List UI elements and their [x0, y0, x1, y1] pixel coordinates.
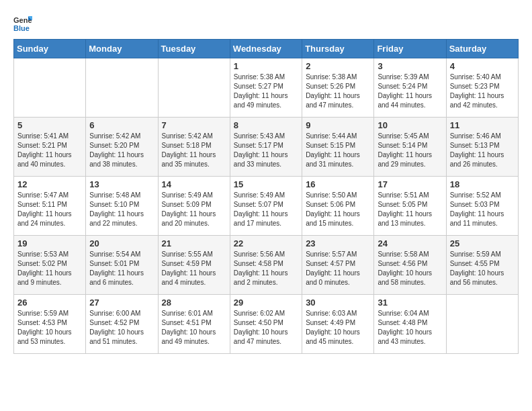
- day-number: 21: [162, 238, 226, 248]
- cell-content: Sunrise: 5:41 AM Sunset: 5:21 PM Dayligh…: [17, 132, 82, 169]
- calendar-cell: 30Sunrise: 6:03 AM Sunset: 4:49 PM Dayli…: [302, 295, 374, 354]
- calendar-row-2: 12Sunrise: 5:47 AM Sunset: 5:11 PM Dayli…: [14, 177, 519, 236]
- calendar-body: 1Sunrise: 5:38 AM Sunset: 5:27 PM Daylig…: [14, 58, 519, 354]
- cell-content: Sunrise: 5:40 AM Sunset: 5:23 PM Dayligh…: [450, 73, 515, 110]
- cell-content: Sunrise: 5:42 AM Sunset: 5:18 PM Dayligh…: [162, 132, 226, 169]
- day-number: 22: [234, 238, 298, 248]
- day-number: 9: [306, 120, 370, 130]
- day-number: 14: [162, 179, 226, 189]
- day-number: 1: [234, 61, 298, 71]
- day-number: 19: [17, 238, 82, 248]
- cell-content: Sunrise: 5:47 AM Sunset: 5:11 PM Dayligh…: [17, 191, 82, 228]
- cell-content: Sunrise: 5:50 AM Sunset: 5:06 PM Dayligh…: [306, 191, 370, 228]
- calendar-cell: 28Sunrise: 6:01 AM Sunset: 4:51 PM Dayli…: [158, 295, 230, 354]
- calendar-cell: 19Sunrise: 5:53 AM Sunset: 5:02 PM Dayli…: [14, 236, 86, 295]
- day-number: 15: [234, 179, 298, 189]
- weekday-header-monday: Monday: [86, 40, 158, 58]
- cell-content: Sunrise: 5:43 AM Sunset: 5:17 PM Dayligh…: [234, 132, 298, 169]
- day-number: 29: [234, 298, 298, 308]
- calendar-cell: 26Sunrise: 5:59 AM Sunset: 4:53 PM Dayli…: [14, 295, 86, 354]
- calendar-row-0: 1Sunrise: 5:38 AM Sunset: 5:27 PM Daylig…: [14, 58, 519, 118]
- calendar-cell: 17Sunrise: 5:51 AM Sunset: 5:05 PM Dayli…: [374, 177, 446, 236]
- calendar-cell: 10Sunrise: 5:45 AM Sunset: 5:14 PM Dayli…: [374, 118, 446, 177]
- calendar-cell: 7Sunrise: 5:42 AM Sunset: 5:18 PM Daylig…: [158, 118, 230, 177]
- cell-content: Sunrise: 5:56 AM Sunset: 4:58 PM Dayligh…: [234, 250, 298, 287]
- cell-content: Sunrise: 5:38 AM Sunset: 5:26 PM Dayligh…: [306, 73, 370, 110]
- day-number: 27: [89, 298, 154, 308]
- day-number: 30: [306, 298, 370, 308]
- cell-content: Sunrise: 5:52 AM Sunset: 5:03 PM Dayligh…: [450, 191, 515, 228]
- cell-content: Sunrise: 5:51 AM Sunset: 5:05 PM Dayligh…: [378, 191, 442, 228]
- cell-content: Sunrise: 5:55 AM Sunset: 4:59 PM Dayligh…: [162, 250, 226, 287]
- logo-icon: General Blue: [13, 13, 32, 32]
- cell-content: Sunrise: 6:03 AM Sunset: 4:49 PM Dayligh…: [306, 309, 370, 347]
- calendar-cell: 2Sunrise: 5:38 AM Sunset: 5:26 PM Daylig…: [302, 58, 374, 118]
- weekday-header-thursday: Thursday: [302, 40, 374, 58]
- cell-content: Sunrise: 5:42 AM Sunset: 5:20 PM Dayligh…: [89, 132, 154, 169]
- day-number: 7: [162, 120, 226, 130]
- calendar-cell: [158, 58, 230, 118]
- cell-content: Sunrise: 5:48 AM Sunset: 5:10 PM Dayligh…: [89, 191, 154, 228]
- calendar-cell: 6Sunrise: 5:42 AM Sunset: 5:20 PM Daylig…: [86, 118, 158, 177]
- day-number: 24: [378, 238, 442, 248]
- calendar-cell: 3Sunrise: 5:39 AM Sunset: 5:24 PM Daylig…: [374, 58, 446, 118]
- day-number: 16: [306, 179, 370, 189]
- cell-content: Sunrise: 5:59 AM Sunset: 4:53 PM Dayligh…: [17, 309, 82, 347]
- weekday-header-friday: Friday: [374, 40, 446, 58]
- day-number: 31: [378, 298, 442, 308]
- cell-content: Sunrise: 5:49 AM Sunset: 5:09 PM Dayligh…: [162, 191, 226, 228]
- calendar-cell: 11Sunrise: 5:46 AM Sunset: 5:13 PM Dayli…: [446, 118, 518, 177]
- day-number: 23: [306, 238, 370, 248]
- day-number: 28: [162, 298, 226, 308]
- cell-content: Sunrise: 5:59 AM Sunset: 4:55 PM Dayligh…: [450, 250, 515, 287]
- calendar-cell: 15Sunrise: 5:49 AM Sunset: 5:07 PM Dayli…: [230, 177, 302, 236]
- calendar-row-4: 26Sunrise: 5:59 AM Sunset: 4:53 PM Dayli…: [14, 295, 519, 354]
- calendar-cell: 14Sunrise: 5:49 AM Sunset: 5:09 PM Dayli…: [158, 177, 230, 236]
- weekday-header-wednesday: Wednesday: [230, 40, 302, 58]
- day-number: 25: [450, 238, 515, 248]
- day-number: 17: [378, 179, 442, 189]
- weekday-header-tuesday: Tuesday: [158, 40, 230, 58]
- calendar-cell: 5Sunrise: 5:41 AM Sunset: 5:21 PM Daylig…: [14, 118, 86, 177]
- logo: General Blue: [13, 13, 35, 32]
- cell-content: Sunrise: 5:49 AM Sunset: 5:07 PM Dayligh…: [234, 191, 298, 228]
- day-number: 26: [17, 298, 82, 308]
- calendar-row-1: 5Sunrise: 5:41 AM Sunset: 5:21 PM Daylig…: [14, 118, 519, 177]
- calendar-cell: 12Sunrise: 5:47 AM Sunset: 5:11 PM Dayli…: [14, 177, 86, 236]
- cell-content: Sunrise: 5:54 AM Sunset: 5:01 PM Dayligh…: [89, 250, 154, 287]
- header: General Blue: [13, 13, 519, 32]
- calendar-cell: 9Sunrise: 5:44 AM Sunset: 5:15 PM Daylig…: [302, 118, 374, 177]
- calendar: SundayMondayTuesdayWednesdayThursdayFrid…: [13, 39, 519, 354]
- weekday-header-saturday: Saturday: [446, 40, 518, 58]
- calendar-cell: 13Sunrise: 5:48 AM Sunset: 5:10 PM Dayli…: [86, 177, 158, 236]
- calendar-cell: 4Sunrise: 5:40 AM Sunset: 5:23 PM Daylig…: [446, 58, 518, 118]
- calendar-cell: 18Sunrise: 5:52 AM Sunset: 5:03 PM Dayli…: [446, 177, 518, 236]
- day-number: 20: [89, 238, 154, 248]
- calendar-cell: 21Sunrise: 5:55 AM Sunset: 4:59 PM Dayli…: [158, 236, 230, 295]
- calendar-cell: 25Sunrise: 5:59 AM Sunset: 4:55 PM Dayli…: [446, 236, 518, 295]
- cell-content: Sunrise: 5:39 AM Sunset: 5:24 PM Dayligh…: [378, 73, 442, 110]
- weekday-header-row: SundayMondayTuesdayWednesdayThursdayFrid…: [14, 40, 519, 58]
- day-number: 2: [306, 61, 370, 71]
- cell-content: Sunrise: 5:57 AM Sunset: 4:57 PM Dayligh…: [306, 250, 370, 287]
- day-number: 5: [17, 120, 82, 130]
- day-number: 8: [234, 120, 298, 130]
- calendar-cell: 1Sunrise: 5:38 AM Sunset: 5:27 PM Daylig…: [230, 58, 302, 118]
- cell-content: Sunrise: 5:45 AM Sunset: 5:14 PM Dayligh…: [378, 132, 442, 169]
- calendar-cell: [86, 58, 158, 118]
- day-number: 11: [450, 120, 515, 130]
- day-number: 10: [378, 120, 442, 130]
- svg-text:Blue: Blue: [13, 24, 30, 32]
- cell-content: Sunrise: 5:38 AM Sunset: 5:27 PM Dayligh…: [234, 73, 298, 110]
- cell-content: Sunrise: 6:04 AM Sunset: 4:48 PM Dayligh…: [378, 309, 442, 347]
- cell-content: Sunrise: 6:01 AM Sunset: 4:51 PM Dayligh…: [162, 309, 226, 347]
- cell-content: Sunrise: 6:00 AM Sunset: 4:52 PM Dayligh…: [89, 309, 154, 347]
- calendar-cell: 31Sunrise: 6:04 AM Sunset: 4:48 PM Dayli…: [374, 295, 446, 354]
- calendar-row-3: 19Sunrise: 5:53 AM Sunset: 5:02 PM Dayli…: [14, 236, 519, 295]
- calendar-cell: [14, 58, 86, 118]
- calendar-cell: 27Sunrise: 6:00 AM Sunset: 4:52 PM Dayli…: [86, 295, 158, 354]
- cell-content: Sunrise: 5:58 AM Sunset: 4:56 PM Dayligh…: [378, 250, 442, 287]
- weekday-header-sunday: Sunday: [14, 40, 86, 58]
- day-number: 6: [89, 120, 154, 130]
- cell-content: Sunrise: 5:44 AM Sunset: 5:15 PM Dayligh…: [306, 132, 370, 169]
